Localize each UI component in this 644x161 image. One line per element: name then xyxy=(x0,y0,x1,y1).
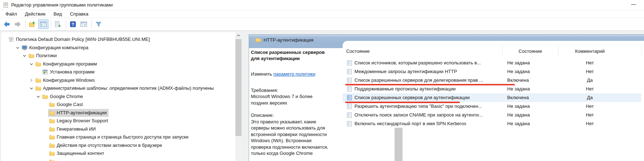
back-button[interactable] xyxy=(2,20,12,29)
setting-row-4[interactable]: Список разрешенных серверов для аутентиф… xyxy=(343,93,641,102)
tree-item-5[interactable]: Конфигурация Windows xyxy=(1,76,235,84)
setting-state: Не задана xyxy=(507,86,556,92)
tree-item-label: Конфигурация компьютера xyxy=(29,44,88,52)
policy-setting-icon xyxy=(347,95,352,101)
column-header-setting[interactable]: Состояние xyxy=(346,48,370,54)
tree-item-label: Установка программ xyxy=(50,68,95,76)
tree-item-13[interactable]: Действия при отсутствии активности в бра… xyxy=(1,141,235,149)
tree-item-7[interactable]: Google Chrome xyxy=(1,93,235,101)
setting-state: Не задана xyxy=(507,121,556,126)
menu-item-3[interactable]: Справка xyxy=(66,10,92,17)
scroll-up-icon[interactable] xyxy=(235,32,242,38)
tree-scrollbar[interactable] xyxy=(235,32,242,161)
forward-button[interactable] xyxy=(13,20,23,29)
setting-name: Разрешить аутентификацию типа "Basic" пр… xyxy=(354,103,501,109)
folder-icon xyxy=(49,102,55,107)
annotation-underline-delegation xyxy=(345,84,515,85)
folder-icon xyxy=(49,143,55,148)
toolbar-separator xyxy=(25,20,26,29)
policy-setting-icon xyxy=(347,77,352,83)
requirements-text: Microsoft Windows 7 и более поздних верс… xyxy=(251,93,330,106)
folder-icon xyxy=(49,110,55,116)
tree-item-0[interactable]: Политика Default Domain Policy [WIN-1NFB… xyxy=(1,35,235,43)
minimize-button[interactable]: — xyxy=(628,1,639,9)
policy-setting-icon xyxy=(347,121,352,127)
column-separator[interactable] xyxy=(641,46,641,55)
chevron-open-icon[interactable] xyxy=(29,61,34,67)
chevron-open-icon[interactable] xyxy=(15,45,21,51)
description-label: Описание: xyxy=(251,112,330,119)
tree-item-4[interactable]: Установка программ xyxy=(1,68,235,76)
column-separator[interactable] xyxy=(502,46,502,55)
setting-row-6[interactable]: Отключить поиск записи CNAME при запросе… xyxy=(343,111,641,119)
scroll-icon xyxy=(8,37,14,42)
setting-row-7[interactable]: Включить нестандартный порт в имя SPN Ke… xyxy=(343,119,641,128)
edit-policy-link[interactable]: параметр политики xyxy=(273,71,315,77)
up-one-level-button[interactable] xyxy=(27,20,38,29)
tree-item-10[interactable]: Legacy Browser Support xyxy=(1,117,235,125)
tree-item-label: Конфигурация Windows xyxy=(43,76,95,84)
show-action-pane-button[interactable] xyxy=(79,20,89,29)
toolbar-separator xyxy=(91,20,92,29)
tree-item-3[interactable]: Конфигурация программ xyxy=(1,60,235,68)
setting-state: Не задана xyxy=(507,69,556,74)
tree-item-2[interactable]: Политики xyxy=(1,52,235,60)
requirements-label: Требования: xyxy=(251,87,330,94)
column-separator[interactable] xyxy=(558,46,558,55)
chevron-open-icon[interactable] xyxy=(35,94,41,99)
tree-item-14[interactable]: Защищенный контент xyxy=(1,149,235,157)
tree-item-12[interactable]: Главная страница и страница быстрого дос… xyxy=(1,133,235,141)
tree-item-6[interactable]: Административные шаблоны: определения по… xyxy=(1,84,235,92)
column-header-comment[interactable]: Комментарий xyxy=(554,48,626,54)
menu-item-1[interactable]: Действие xyxy=(21,10,49,17)
setting-state: Не задана xyxy=(507,103,556,109)
filter-button[interactable] xyxy=(93,20,104,29)
chevron-closed-icon[interactable] xyxy=(29,77,34,83)
setting-row-1[interactable]: Междоменные запросы аутентификации HTTPН… xyxy=(343,67,641,76)
chevron-open-icon[interactable] xyxy=(22,53,27,59)
setting-row-2[interactable]: Список разрешенных серверов для делегиро… xyxy=(343,76,641,85)
show-console-tree-button[interactable] xyxy=(38,20,48,29)
menu-bar: ФайлДействиеВидСправка xyxy=(0,10,644,18)
setting-row-5[interactable]: Разрешить аутентификацию типа "Basic" пр… xyxy=(343,102,641,111)
policy-setting-icon xyxy=(347,69,352,75)
setting-name: Список разрешенных серверов для аутентиф… xyxy=(354,95,501,100)
setting-row-3[interactable]: Поддерживаемые протоколы аутентификацииН… xyxy=(343,85,641,93)
menu-item-0[interactable]: Файл xyxy=(1,10,21,17)
tree-item-9[interactable]: HTTP-аутентификация xyxy=(1,109,235,117)
setting-comment: Нет xyxy=(554,121,626,126)
policy-description-pane: Список разрешенных серверов для аутентиф… xyxy=(251,49,330,157)
folder-icon xyxy=(29,53,34,59)
column-header-state[interactable]: Состояние xyxy=(505,48,556,54)
tree-item-label: Защищенный контент xyxy=(57,149,104,157)
help-button[interactable]: ? xyxy=(68,20,78,29)
tree-item-label: HTTP-аутентификация xyxy=(57,109,106,117)
tree-item-label: Политики xyxy=(36,52,57,60)
settings-list: Состояние Состояние Комментарий Список и… xyxy=(343,41,644,161)
edit-policy-line: Изменить параметр политики xyxy=(251,71,330,77)
description-scrollbar-thumb[interactable] xyxy=(395,128,402,161)
setting-comment: Нет xyxy=(554,103,626,109)
setting-name: Поддерживаемые протоколы аутентификации xyxy=(354,86,501,92)
folder-icon xyxy=(49,134,55,140)
tree-scrollbar-thumb[interactable] xyxy=(235,39,242,136)
tree-item-label: Политика Default Domain Policy [WIN-1NFB… xyxy=(16,35,150,43)
toolbar-separator xyxy=(51,20,51,29)
tree-item-11[interactable]: Генеративный ИИ xyxy=(1,125,235,133)
export-list-button[interactable] xyxy=(53,20,63,29)
setting-comment: Нет xyxy=(554,60,626,65)
setting-comment: Нет xyxy=(554,112,626,118)
setting-state: Не задана xyxy=(507,60,556,65)
tree-item-label: Действия при отсутствии активности в бра… xyxy=(57,141,162,149)
tree-item-8[interactable]: Google Cast xyxy=(1,101,235,109)
chevron-open-icon[interactable] xyxy=(29,85,34,91)
setting-state: Включена xyxy=(507,77,556,83)
menu-item-2[interactable]: Вид xyxy=(49,10,66,17)
tree-item-label: Google Chrome xyxy=(50,93,83,101)
folder-icon xyxy=(42,94,48,99)
tree-item-partial[interactable] xyxy=(1,158,235,161)
setting-row-0[interactable]: Список источников, которым разрешено исп… xyxy=(343,59,641,67)
tree-item-1[interactable]: Конфигурация компьютера xyxy=(1,44,235,52)
setting-name: Включить нестандартный порт в имя SPN Ke… xyxy=(354,121,501,126)
folder-icon xyxy=(49,126,55,132)
